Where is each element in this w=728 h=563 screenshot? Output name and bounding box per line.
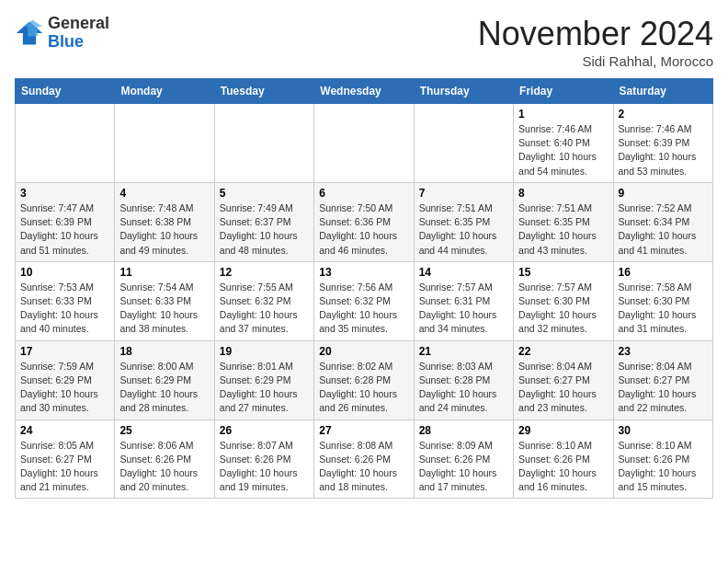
day-info: Sunrise: 8:09 AM Sunset: 6:26 PM Dayligh… <box>419 439 508 495</box>
weekday-header-sunday: Sunday <box>16 79 115 104</box>
day-number: 6 <box>319 187 408 200</box>
calendar-cell: 3Sunrise: 7:47 AM Sunset: 6:39 PM Daylig… <box>16 182 115 261</box>
weekday-header-monday: Monday <box>115 79 214 104</box>
weekday-header-friday: Friday <box>514 79 613 104</box>
location: Sidi Rahhal, Morocco <box>478 53 713 69</box>
logo-text: General Blue <box>48 15 109 52</box>
calendar-cell: 21Sunrise: 8:03 AM Sunset: 6:28 PM Dayli… <box>414 340 513 419</box>
calendar-cell: 16Sunrise: 7:58 AM Sunset: 6:30 PM Dayli… <box>613 261 712 340</box>
day-number: 15 <box>518 266 608 279</box>
calendar-cell: 30Sunrise: 8:10 AM Sunset: 6:26 PM Dayli… <box>613 419 712 499</box>
weekday-header-saturday: Saturday <box>613 79 712 104</box>
logo: General Blue <box>15 15 109 52</box>
calendar-cell: 1Sunrise: 7:46 AM Sunset: 6:40 PM Daylig… <box>514 104 613 183</box>
day-info: Sunrise: 7:52 AM Sunset: 6:34 PM Dayligh… <box>619 201 708 258</box>
calendar-cell: 17Sunrise: 7:59 AM Sunset: 6:29 PM Dayli… <box>16 340 115 419</box>
day-number: 12 <box>220 266 309 279</box>
day-number: 4 <box>119 187 209 200</box>
day-number: 23 <box>619 345 708 358</box>
day-info: Sunrise: 7:48 AM Sunset: 6:38 PM Dayligh… <box>119 201 209 258</box>
calendar-cell: 18Sunrise: 8:00 AM Sunset: 6:29 PM Dayli… <box>115 340 214 419</box>
calendar-cell: 12Sunrise: 7:55 AM Sunset: 6:32 PM Dayli… <box>214 261 313 340</box>
calendar-cell: 24Sunrise: 8:05 AM Sunset: 6:27 PM Dayli… <box>16 419 115 499</box>
day-info: Sunrise: 8:07 AM Sunset: 6:26 PM Dayligh… <box>220 439 309 495</box>
calendar-cell <box>115 104 214 183</box>
day-info: Sunrise: 7:59 AM Sunset: 6:29 PM Dayligh… <box>20 360 109 416</box>
calendar-cell: 10Sunrise: 7:53 AM Sunset: 6:33 PM Dayli… <box>16 261 115 340</box>
day-info: Sunrise: 7:51 AM Sunset: 6:35 PM Dayligh… <box>419 201 508 258</box>
day-number: 1 <box>518 108 608 121</box>
day-info: Sunrise: 7:49 AM Sunset: 6:37 PM Dayligh… <box>220 201 309 258</box>
calendar-cell: 6Sunrise: 7:50 AM Sunset: 6:36 PM Daylig… <box>314 182 414 261</box>
day-info: Sunrise: 8:04 AM Sunset: 6:27 PM Dayligh… <box>518 360 608 416</box>
day-number: 25 <box>119 424 209 437</box>
day-info: Sunrise: 7:50 AM Sunset: 6:36 PM Dayligh… <box>319 201 408 258</box>
day-info: Sunrise: 7:55 AM Sunset: 6:32 PM Dayligh… <box>220 281 309 337</box>
day-info: Sunrise: 8:05 AM Sunset: 6:27 PM Dayligh… <box>20 439 109 495</box>
calendar-cell: 14Sunrise: 7:57 AM Sunset: 6:31 PM Dayli… <box>414 261 513 340</box>
calendar-cell <box>414 104 513 183</box>
calendar-cell: 23Sunrise: 8:04 AM Sunset: 6:27 PM Dayli… <box>613 340 712 419</box>
calendar-cell: 29Sunrise: 8:10 AM Sunset: 6:26 PM Dayli… <box>514 419 613 499</box>
calendar-cell: 13Sunrise: 7:56 AM Sunset: 6:32 PM Dayli… <box>314 261 414 340</box>
day-number: 7 <box>419 187 508 200</box>
day-info: Sunrise: 7:51 AM Sunset: 6:35 PM Dayligh… <box>518 201 608 258</box>
day-number: 20 <box>319 345 408 358</box>
calendar-cell: 25Sunrise: 8:06 AM Sunset: 6:26 PM Dayli… <box>115 419 214 499</box>
day-number: 19 <box>220 345 309 358</box>
day-number: 26 <box>220 424 309 437</box>
calendar-cell: 15Sunrise: 7:57 AM Sunset: 6:30 PM Dayli… <box>514 261 613 340</box>
day-number: 16 <box>619 266 708 279</box>
day-number: 24 <box>20 424 109 437</box>
day-info: Sunrise: 8:08 AM Sunset: 6:26 PM Dayligh… <box>319 439 408 495</box>
day-number: 21 <box>419 345 508 358</box>
week-row-1: 1Sunrise: 7:46 AM Sunset: 6:40 PM Daylig… <box>16 104 713 183</box>
week-row-3: 10Sunrise: 7:53 AM Sunset: 6:33 PM Dayli… <box>16 261 713 340</box>
day-number: 18 <box>119 345 209 358</box>
day-number: 9 <box>619 187 708 200</box>
day-info: Sunrise: 8:04 AM Sunset: 6:27 PM Dayligh… <box>619 360 708 416</box>
day-info: Sunrise: 7:58 AM Sunset: 6:30 PM Dayligh… <box>619 281 708 337</box>
calendar-cell: 28Sunrise: 8:09 AM Sunset: 6:26 PM Dayli… <box>414 419 513 499</box>
week-row-4: 17Sunrise: 7:59 AM Sunset: 6:29 PM Dayli… <box>16 340 713 419</box>
weekday-header-row: SundayMondayTuesdayWednesdayThursdayFrid… <box>16 79 713 104</box>
calendar-cell <box>314 104 414 183</box>
week-row-5: 24Sunrise: 8:05 AM Sunset: 6:27 PM Dayli… <box>16 419 713 499</box>
day-info: Sunrise: 8:00 AM Sunset: 6:29 PM Dayligh… <box>119 360 209 416</box>
day-info: Sunrise: 7:46 AM Sunset: 6:40 PM Dayligh… <box>518 122 608 178</box>
title-block: November 2024 Sidi Rahhal, Morocco <box>478 15 713 69</box>
day-number: 14 <box>419 266 508 279</box>
day-info: Sunrise: 8:10 AM Sunset: 6:26 PM Dayligh… <box>619 439 708 495</box>
page-header: General Blue November 2024 Sidi Rahhal, … <box>15 15 713 69</box>
calendar-cell: 22Sunrise: 8:04 AM Sunset: 6:27 PM Dayli… <box>514 340 613 419</box>
day-info: Sunrise: 7:56 AM Sunset: 6:32 PM Dayligh… <box>319 281 408 337</box>
calendar-cell: 27Sunrise: 8:08 AM Sunset: 6:26 PM Dayli… <box>314 419 414 499</box>
day-number: 2 <box>619 108 708 121</box>
day-number: 10 <box>20 266 109 279</box>
day-info: Sunrise: 8:02 AM Sunset: 6:28 PM Dayligh… <box>319 360 408 416</box>
day-info: Sunrise: 7:57 AM Sunset: 6:31 PM Dayligh… <box>419 281 508 337</box>
day-info: Sunrise: 8:01 AM Sunset: 6:29 PM Dayligh… <box>220 360 309 416</box>
day-number: 17 <box>20 345 109 358</box>
week-row-2: 3Sunrise: 7:47 AM Sunset: 6:39 PM Daylig… <box>16 182 713 261</box>
calendar-table: SundayMondayTuesdayWednesdayThursdayFrid… <box>15 78 713 499</box>
calendar-cell: 19Sunrise: 8:01 AM Sunset: 6:29 PM Dayli… <box>214 340 313 419</box>
weekday-header-thursday: Thursday <box>414 79 513 104</box>
weekday-header-wednesday: Wednesday <box>314 79 414 104</box>
calendar-cell: 26Sunrise: 8:07 AM Sunset: 6:26 PM Dayli… <box>214 419 313 499</box>
calendar-cell: 4Sunrise: 7:48 AM Sunset: 6:38 PM Daylig… <box>115 182 214 261</box>
calendar-cell: 2Sunrise: 7:46 AM Sunset: 6:39 PM Daylig… <box>613 104 712 183</box>
calendar-cell: 20Sunrise: 8:02 AM Sunset: 6:28 PM Dayli… <box>314 340 414 419</box>
day-number: 30 <box>619 424 708 437</box>
day-info: Sunrise: 8:06 AM Sunset: 6:26 PM Dayligh… <box>119 439 209 495</box>
calendar-cell: 9Sunrise: 7:52 AM Sunset: 6:34 PM Daylig… <box>613 182 712 261</box>
day-number: 5 <box>220 187 309 200</box>
month-title: November 2024 <box>478 15 713 53</box>
day-info: Sunrise: 7:53 AM Sunset: 6:33 PM Dayligh… <box>20 281 109 337</box>
day-info: Sunrise: 7:46 AM Sunset: 6:39 PM Dayligh… <box>619 122 708 178</box>
day-number: 11 <box>119 266 209 279</box>
day-number: 27 <box>319 424 408 437</box>
calendar-cell <box>16 104 115 183</box>
day-number: 13 <box>319 266 408 279</box>
logo-icon <box>15 18 44 48</box>
